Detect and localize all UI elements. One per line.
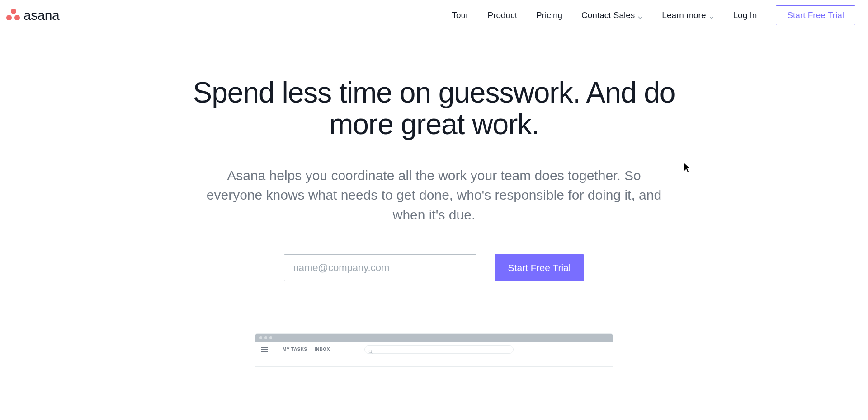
window-dot-icon bbox=[269, 336, 272, 339]
hero-section: Spend less time on guesswork. And do mor… bbox=[0, 77, 868, 281]
signup-form: Start Free Trial bbox=[18, 254, 850, 281]
nav-pricing[interactable]: Pricing bbox=[536, 10, 562, 20]
nav-pricing-label: Pricing bbox=[536, 10, 562, 20]
logo-icon bbox=[6, 9, 21, 22]
nav-tour-label: Tour bbox=[452, 10, 469, 20]
nav-log-in-label: Log In bbox=[733, 10, 757, 20]
tab-my-tasks[interactable]: MY TASKS bbox=[283, 347, 307, 352]
app-titlebar bbox=[255, 334, 613, 342]
hero-subtitle: Asana helps you coordinate all the work … bbox=[206, 166, 662, 225]
app-body bbox=[255, 357, 613, 366]
start-free-trial-button[interactable]: Start Free Trial bbox=[495, 254, 585, 281]
nav-contact-sales-label: Contact Sales bbox=[581, 10, 635, 20]
logo-text: asana bbox=[24, 8, 59, 23]
nav-learn-more-label: Learn more bbox=[662, 10, 706, 20]
hero-title: Spend less time on guesswork. And do mor… bbox=[185, 77, 683, 140]
main-nav: Tour Product Pricing Contact Sales Learn… bbox=[452, 5, 855, 25]
nav-product[interactable]: Product bbox=[487, 10, 517, 20]
nav-tour[interactable]: Tour bbox=[452, 10, 469, 20]
svg-line-1 bbox=[371, 352, 372, 353]
chevron-down-icon bbox=[637, 13, 643, 18]
site-header: asana Tour Product Pricing Contact Sales… bbox=[0, 0, 868, 31]
search-input[interactable] bbox=[364, 345, 514, 354]
nav-contact-sales[interactable]: Contact Sales bbox=[581, 10, 643, 20]
app-toolbar: MY TASKS INBOX bbox=[255, 342, 613, 357]
app-preview: MY TASKS INBOX bbox=[255, 334, 613, 366]
email-input[interactable] bbox=[284, 254, 476, 281]
nav-learn-more[interactable]: Learn more bbox=[662, 10, 714, 20]
nav-product-label: Product bbox=[487, 10, 517, 20]
window-dot-icon bbox=[259, 336, 262, 339]
logo[interactable]: asana bbox=[6, 8, 59, 23]
search-icon bbox=[368, 347, 373, 351]
chevron-down-icon bbox=[709, 13, 714, 18]
window-dot-icon bbox=[264, 336, 267, 339]
svg-point-0 bbox=[369, 350, 371, 352]
divider bbox=[275, 342, 275, 357]
nav-log-in[interactable]: Log In bbox=[733, 10, 757, 20]
start-free-trial-header-button[interactable]: Start Free Trial bbox=[776, 5, 855, 25]
tab-inbox[interactable]: INBOX bbox=[315, 347, 330, 352]
hamburger-icon[interactable] bbox=[261, 347, 268, 352]
